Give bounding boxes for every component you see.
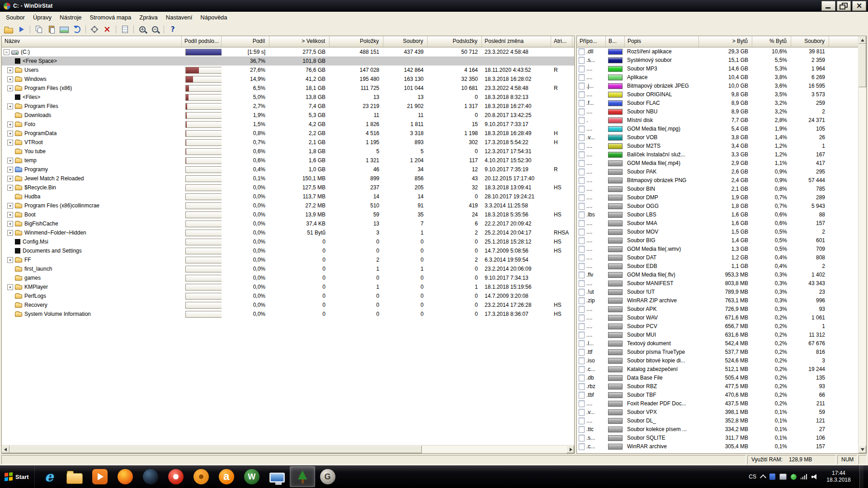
tree-row[interactable]: +Program Files2,7%7,4 GB23 21921 9021 31… (2, 102, 574, 111)
ext-col-popis[interactable]: Popis (625, 36, 699, 47)
extension-row[interactable]: ....Balíček Instalační služ...3,3 GB1,2%… (577, 150, 858, 159)
extension-row[interactable]: ....Soubor ORIGINAL9,8 GB3,5%3 573 (577, 90, 858, 99)
extension-row[interactable]: ....GOM Media file(.wmv)1,3 GB0,5%709 (577, 245, 858, 253)
tree-row[interactable]: +BigFishCache0,0%37,4 KB137622.2.2017 20… (2, 219, 574, 228)
scroll-left-icon[interactable] (2, 446, 9, 453)
tree-row[interactable]: games0,0%00009.10.2017 7:34:13 (2, 273, 574, 282)
scroll-down-icon[interactable] (859, 446, 866, 453)
extension-row[interactable]: .c...WinRAR archive305,4 MB0,1%157 (577, 442, 858, 451)
menu-item-n-stroje[interactable]: Nástroje (56, 13, 85, 22)
taskbar-file-explorer[interactable] (62, 466, 87, 487)
expand-icon[interactable]: + (7, 122, 13, 127)
extension-row[interactable]: ....Bitmapový obrázek PNG2,4 GB0,9%57 44… (577, 176, 858, 185)
utorrent-icon[interactable] (791, 474, 797, 480)
expand-icon[interactable]: + (7, 76, 13, 82)
language-indicator[interactable]: CS (749, 474, 756, 480)
tree-row[interactable]: <Free Space>36,7%101,8 GB (2, 56, 574, 66)
tree-row[interactable]: +Programy0,4%1,0 GB4634129.10.2017 7:35:… (2, 165, 574, 174)
tree-row[interactable]: +Winmend~Folder~Hidden0,0%51 Bytů31225.2… (2, 228, 574, 237)
extension-row[interactable]: ....Soubor PCV656,7 MB0,2%1 (577, 322, 858, 331)
tree-row[interactable]: <Files>5,0%13,8 GB1313018.3.2018 8:32:13 (2, 93, 574, 102)
expand-icon[interactable]: + (7, 140, 13, 145)
taskbar-my-computer[interactable] (264, 466, 290, 487)
tree-row[interactable]: −(C:)[1:59 s]277,5 GB488 151437 43950 71… (2, 47, 574, 56)
extension-row[interactable]: .isoSoubor bitové kopie di...524,6 MB0,2… (577, 357, 858, 365)
tree-row[interactable]: +KMPlayer0,0%010118.1.2018 15:19:56 (2, 282, 574, 291)
extension-row[interactable]: .!utSoubor !UT789,9 MB0,3%23 (577, 288, 858, 296)
taskbar-windirstat[interactable] (290, 466, 315, 487)
scrollbar-track[interactable] (859, 44, 866, 446)
tree-row[interactable]: +temp0,6%1,6 GB1 3211 2041174.10.2017 15… (2, 156, 574, 165)
extension-row[interactable]: ....Soubor NBU8,9 GB3,2%2 (577, 108, 858, 116)
menu-item-n-pov-da[interactable]: Nápověda (196, 13, 231, 22)
close-button[interactable] (852, 1, 866, 11)
extension-row[interactable]: .tbfSoubor TBF470,6 MB0,2%66 (577, 391, 858, 399)
extension-row[interactable]: .s...Soubor SQLITE311,7 MB0,1%106 (577, 434, 858, 442)
extension-row[interactable]: .j...Bitmapový obrázek JPEG10,0 GB3,6%16… (577, 82, 858, 90)
refresh-button[interactable] (71, 24, 83, 35)
tree-col-n-zev[interactable]: Název (2, 36, 182, 47)
extension-row[interactable]: ....Soubor M2TS3,4 GB1,2%1 (577, 142, 858, 150)
paste-button[interactable] (46, 24, 57, 35)
start-button[interactable]: Start (0, 465, 35, 488)
tree-row[interactable]: +Program Files (x86)collinmcrae0,0%27,2 … (2, 201, 574, 210)
scrollbar-thumb[interactable] (859, 44, 866, 87)
taskbar-media-player[interactable] (87, 466, 113, 487)
extension-row[interactable]: ....Soubor DAT1,2 GB0,4%808 (577, 253, 858, 262)
extension-row[interactable]: .Místní disk7,7 GB2,8%24 371 (577, 116, 858, 125)
settings-button[interactable] (89, 24, 100, 35)
restore-button[interactable] (837, 1, 851, 11)
extension-row[interactable]: ....Soubor MP314,6 GB5,3%1 964 (577, 65, 858, 73)
taskbar-red-app[interactable] (163, 466, 189, 487)
taskbar-internet-explorer[interactable] (37, 466, 62, 487)
extension-row[interactable]: ....Soubor BIN2,1 GB0,8%785 (577, 185, 858, 193)
extension-row[interactable]: ....Soubor WAV671,6 MB0,2%1 061 (577, 314, 858, 322)
extension-row[interactable]: ....GOM Media file(.mpg)5,4 GB1,9%105 (577, 125, 858, 133)
extension-row[interactable]: .ttcSoubor kolekce písem ...334,2 MB0,1%… (577, 425, 858, 434)
extension-row[interactable]: ....Foxit Reader PDF Doc...437,5 MB0,2%2… (577, 399, 858, 408)
copy-button[interactable] (33, 24, 45, 35)
scrollbar-track[interactable] (9, 446, 566, 453)
extension-row[interactable]: ....Soubor DMP1,9 GB0,7%289 (577, 193, 858, 202)
extension-row[interactable]: ....Aplikace10,4 GB3,8%6 269 (577, 73, 858, 82)
tree-row[interactable]: Hudba0,0%113,7 MB1414028.10.2017 19:24:2… (2, 192, 574, 201)
tree-col-pod-l-podslo[interactable]: Podíl podslo... (182, 36, 222, 47)
report-button[interactable] (119, 24, 131, 35)
network-icon[interactable] (801, 474, 807, 479)
volume-icon[interactable] (811, 474, 818, 479)
expand-icon[interactable]: + (7, 131, 13, 136)
expand-icon[interactable]: + (7, 158, 13, 164)
tree-row[interactable]: Recovery0,0%000023.2.2014 17:26:28HS (2, 300, 574, 310)
open-folder-button[interactable] (3, 24, 14, 35)
menu-item-stromov-mapa[interactable]: Stromová mapa (86, 13, 136, 22)
taskbar-gear-app[interactable] (189, 466, 214, 487)
extension-row[interactable]: .flvGOM Media file(.flv)953,3 MB0,3%1 40… (577, 271, 858, 279)
extension-row[interactable]: .f...Soubor FLAC8,9 GB3,2%259 (577, 99, 858, 108)
tree-col-velikost[interactable]: > Velikost (269, 36, 330, 47)
extension-row[interactable]: .v...Soubor VOB3,8 GB1,4%26 (577, 133, 858, 142)
extension-row[interactable]: ....Soubor EDB1,1 GB0,4%2 (577, 262, 858, 271)
extension-row[interactable]: ....Soubor MUI631,6 MB0,2%11 312 (577, 331, 858, 339)
tree-row[interactable]: +FF0,0%02026.3.2014 19:59:54 (2, 255, 574, 264)
ext-col-byt[interactable]: > Bytů (699, 36, 752, 47)
zoom-out-button[interactable] (149, 24, 161, 35)
extension-row[interactable]: ....Soubor PAK2,6 GB0,9%295 (577, 168, 858, 176)
help-button[interactable] (167, 24, 179, 35)
tree-col-soubory[interactable]: Soubory (383, 36, 428, 47)
ext-col-p-po[interactable]: Přípo... (577, 36, 606, 47)
show-desktop-button[interactable] (859, 465, 863, 488)
tree-row[interactable]: first_launch0,0%011023.2.2014 20:06:09 (2, 264, 574, 273)
extension-row[interactable]: .lbsSoubor LBS1,6 GB0,6%88 (577, 211, 858, 219)
menu-item-pravy[interactable]: Úpravy (29, 13, 56, 22)
tree-row[interactable]: System Volume Information0,0%000017.3.20… (2, 310, 574, 319)
horizontal-scrollbar[interactable] (2, 445, 574, 453)
minimize-button[interactable] (821, 1, 835, 11)
extension-row[interactable]: .ttfSoubor písma TrueType537,7 MB0,2%816 (577, 348, 858, 357)
vertical-scrollbar[interactable] (858, 36, 866, 453)
tree-row[interactable]: +Foto1,5%4,2 GB1 8261 811159.10.2017 7:3… (2, 120, 574, 129)
scroll-right-icon[interactable] (566, 446, 574, 453)
tree-row[interactable]: Config.Msi0,0%000025.1.2018 15:28:12HS (2, 237, 574, 246)
expand-icon[interactable]: + (7, 203, 13, 209)
play-button[interactable] (15, 24, 27, 35)
expand-icon[interactable]: + (7, 176, 13, 182)
